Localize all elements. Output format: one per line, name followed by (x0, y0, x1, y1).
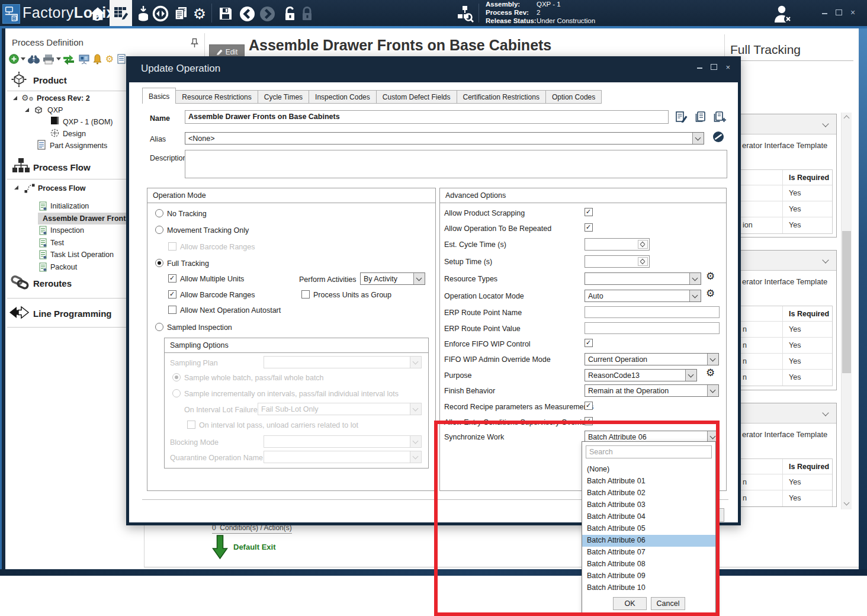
alias-combo[interactable]: <None> (185, 132, 704, 145)
dropdown-item[interactable]: Batch Attribute 10 (582, 582, 715, 594)
resource-types-combo[interactable] (585, 272, 701, 285)
record-recipe-checkbox[interactable] (585, 402, 593, 410)
dialog-minimize-button[interactable] (697, 63, 702, 72)
add-icon[interactable] (8, 53, 19, 64)
dialog-tab[interactable]: Resource Restrictions (176, 90, 258, 104)
entry-conditions-override-checkbox[interactable] (585, 417, 593, 425)
allow-next-autostart-checkbox[interactable] (168, 306, 176, 314)
ok-button[interactable]: OK (613, 597, 647, 610)
add-dropdown-caret-icon[interactable] (21, 57, 25, 60)
vertical-scrollbar[interactable] (841, 113, 852, 509)
tree-item-part-assignments[interactable]: Part Assignments (50, 142, 107, 150)
tree-item-qxp[interactable]: QXP (47, 106, 63, 114)
settings-gear-icon[interactable]: ⚙ (191, 5, 208, 23)
flow-item[interactable]: Initialization (38, 200, 126, 213)
dialog-tab[interactable]: Certification Restrictions (457, 90, 546, 104)
presentation-icon[interactable] (78, 54, 89, 65)
exchange-icon[interactable] (63, 54, 75, 65)
find-binoculars-icon[interactable] (27, 54, 40, 64)
dialog-tab[interactable]: Inspection Codes (309, 90, 377, 104)
allow-repeat-checkbox[interactable] (585, 223, 593, 232)
operation-locator-mode-combo[interactable]: Auto (585, 290, 701, 302)
flow-item[interactable]: Task List Operation (38, 249, 126, 261)
dropdown-item[interactable]: Batch Attribute 05 (582, 523, 715, 535)
dropdown-item[interactable]: Batch Attribute 01 (582, 476, 715, 487)
user-logout-icon[interactable] (772, 5, 794, 23)
panel-header[interactable] (724, 403, 836, 424)
copy-operation-icon[interactable] (694, 111, 707, 126)
table-row[interactable]: nYes (728, 322, 832, 338)
window-minimize-button[interactable] (818, 7, 830, 18)
process-flow-search-icon[interactable] (454, 5, 474, 23)
table-row[interactable]: nYes (728, 490, 832, 506)
clear-alias-icon[interactable] (712, 131, 724, 145)
unlock-icon[interactable] (281, 5, 298, 23)
process-units-group-checkbox[interactable] (301, 290, 310, 299)
movement-tracking-radio[interactable] (155, 226, 163, 234)
dropdown-item[interactable]: Batch Attribute 08 (582, 559, 715, 570)
tree-item-bom[interactable]: QXP - 1 (BOM) (63, 118, 113, 126)
home-icon[interactable] (89, 5, 107, 23)
dropdown-item[interactable]: Batch Attribute 04 (582, 511, 715, 523)
dialog-tab[interactable]: Basics (142, 88, 176, 104)
table-row[interactable]: nYes (728, 354, 832, 370)
gold-gear-icon[interactable]: ⚙ (104, 53, 115, 64)
purpose-gear-icon[interactable]: ⚙ (706, 368, 715, 378)
setup-time-spinner[interactable] (585, 255, 650, 268)
dropdown-item[interactable]: (None) (582, 464, 715, 476)
erp-route-point-value-input[interactable] (585, 322, 720, 334)
feeder-setup-icon[interactable] (134, 5, 152, 23)
enforce-fifo-checkbox[interactable] (585, 339, 593, 347)
dropdown-item[interactable]: Batch Attribute 06 (582, 535, 715, 547)
sidebar-section-process-flow[interactable]: Process Flow (33, 162, 91, 172)
print-dropdown-caret-icon[interactable] (56, 57, 61, 60)
allow-multiple-units-checkbox[interactable] (168, 274, 176, 283)
sidebar-section-line-programming[interactable]: Line Programming (33, 309, 112, 319)
flow-item[interactable]: Inspection (38, 224, 126, 237)
flow-item[interactable]: Assemble Drawer Fronts (38, 213, 126, 225)
name-input[interactable]: Assemble Drawer Fronts on Base Cabinets (185, 110, 669, 124)
finish-behavior-combo[interactable]: Remain at the Operation (585, 384, 719, 397)
panel-header[interactable] (724, 114, 836, 134)
dialog-title-bar[interactable]: Update Operation × (126, 56, 741, 82)
sidebar-section-product[interactable]: Product (33, 75, 67, 85)
table-row[interactable]: nYes (728, 370, 832, 386)
flow-item[interactable]: Test (38, 237, 126, 249)
dialog-close-button[interactable]: × (725, 63, 730, 72)
pin-icon[interactable] (191, 38, 198, 50)
expander-icon[interactable] (13, 96, 17, 100)
table-row[interactable]: nYes (728, 338, 832, 354)
dialog-tab[interactable]: Custom Defect Fields (377, 90, 457, 104)
table-row[interactable]: ionYes (728, 217, 832, 233)
tree-item-design[interactable]: Design (63, 130, 86, 138)
flow-item[interactable]: Packout (38, 261, 126, 274)
operation-locator-gear-icon[interactable]: ⚙ (706, 288, 715, 299)
copy-add-operation-icon[interactable] (713, 111, 727, 126)
dropdown-item[interactable]: Batch Attribute 02 (582, 487, 715, 499)
rename-operations-icon[interactable] (675, 111, 688, 126)
no-tracking-radio[interactable] (155, 209, 163, 217)
expander-icon[interactable] (25, 108, 29, 112)
panel-header[interactable] (724, 251, 836, 271)
expander-icon[interactable] (14, 185, 18, 190)
sampled-inspection-radio[interactable] (155, 323, 163, 331)
bell-icon[interactable] (92, 54, 102, 65)
dropdown-item[interactable]: Batch Attribute 07 (582, 547, 715, 559)
description-input[interactable] (185, 150, 727, 178)
process-definition-tool-active[interactable] (110, 0, 132, 26)
documents-icon[interactable] (172, 5, 190, 23)
undo-back-icon[interactable] (238, 5, 256, 23)
erp-route-point-name-input[interactable] (585, 306, 720, 318)
default-exit-label[interactable]: Default Exit (233, 543, 276, 551)
purpose-combo[interactable]: ReasonCode13 (585, 369, 697, 381)
dialog-tab[interactable]: Cycle Times (258, 90, 309, 104)
allow-product-scrapping-checkbox[interactable] (585, 208, 593, 216)
table-row[interactable]: Yes (728, 185, 832, 201)
cancel-button[interactable]: Cancel (651, 597, 685, 610)
tree-item-process-rev[interactable]: Process Rev: 2 (37, 94, 90, 102)
perform-activities-combo[interactable]: By Activity (360, 272, 425, 285)
table-row[interactable]: Yes (728, 201, 832, 217)
save-icon[interactable] (217, 5, 235, 23)
dropdown-item[interactable]: Batch Attribute 09 (582, 570, 715, 582)
est-cycle-time-spinner[interactable] (585, 238, 650, 251)
